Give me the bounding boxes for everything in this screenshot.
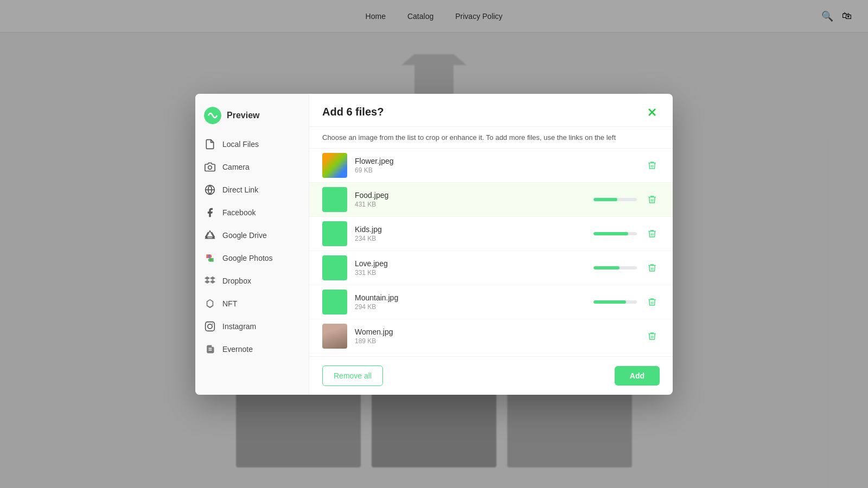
file-list: Flower.jpeg 69 KB <box>309 149 673 356</box>
file-item-women[interactable]: Women.jpg 189 KB <box>309 319 673 354</box>
sidebar-label-evernote: Evernote <box>222 345 253 354</box>
file-progress-love <box>593 266 637 269</box>
file-info-flower: Flower.jpeg 69 KB <box>355 157 637 174</box>
file-thumb-kids <box>322 221 347 246</box>
file-name-love: Love.jpeg <box>355 259 586 268</box>
file-info-mountain: Mountain.jpg 294 KB <box>355 293 586 311</box>
svg-point-1 <box>208 165 212 169</box>
file-progress-kids <box>593 232 637 235</box>
file-thumb-women <box>322 324 347 349</box>
modal-sidebar: Preview Local Files <box>195 94 309 395</box>
sidebar-title: Preview <box>227 111 259 120</box>
sidebar-item-local-files[interactable]: Local Files <box>195 133 309 156</box>
file-item-flower[interactable]: Flower.jpeg 69 KB <box>309 149 673 183</box>
upload-modal: Preview Local Files <box>195 94 673 395</box>
modal-main: Add 6 files? Choose an image from the li… <box>309 94 673 395</box>
file-info-food: Food.jpeg 431 KB <box>355 191 586 208</box>
sidebar-item-facebook[interactable]: Facebook <box>195 201 309 224</box>
delete-button-food[interactable] <box>644 192 660 207</box>
sidebar-item-instagram[interactable]: Instagram <box>195 315 309 338</box>
file-name-kids: Kids.jpg <box>355 225 586 234</box>
google-drive-icon <box>204 229 216 241</box>
sidebar-label-direct-link: Direct Link <box>222 185 258 194</box>
sidebar-item-evernote[interactable]: Evernote <box>195 338 309 361</box>
file-size-food: 431 KB <box>355 201 586 208</box>
sidebar-item-dropbox[interactable]: Dropbox <box>195 269 309 292</box>
sidebar-label-camera: Camera <box>222 163 250 171</box>
file-name-mountain: Mountain.jpg <box>355 293 586 302</box>
google-photos-icon <box>204 252 216 264</box>
remove-all-button[interactable]: Remove all <box>322 365 383 386</box>
file-name-flower: Flower.jpeg <box>355 157 637 165</box>
sidebar-item-camera[interactable]: Camera <box>195 156 309 178</box>
file-info-love: Love.jpeg 331 KB <box>355 259 586 277</box>
sidebar-item-google-photos[interactable]: Google Photos <box>195 247 309 269</box>
sidebar-logo <box>204 107 221 124</box>
dropbox-icon <box>204 275 216 287</box>
link-icon <box>204 184 216 196</box>
file-item-mountain[interactable]: Mountain.jpg 294 KB <box>309 285 673 319</box>
sidebar-label-instagram: Instagram <box>222 322 256 331</box>
modal-title: Add 6 files? <box>322 106 384 118</box>
modal-footer: Remove all Add <box>309 356 673 395</box>
modal-header: Add 6 files? <box>309 94 673 127</box>
delete-button-women[interactable] <box>644 329 660 344</box>
progress-bar-kids <box>593 232 628 235</box>
file-icon <box>204 138 216 150</box>
close-button[interactable] <box>644 105 660 120</box>
svg-point-5 <box>208 324 212 328</box>
delete-button-love[interactable] <box>644 260 660 275</box>
sidebar-item-nft[interactable]: NFT <box>195 292 309 315</box>
progress-bar-mountain <box>593 300 626 304</box>
instagram-icon <box>204 320 216 332</box>
delete-button-flower[interactable] <box>644 158 660 173</box>
facebook-icon <box>204 207 216 219</box>
file-info-women: Women.jpg 189 KB <box>355 328 637 345</box>
delete-button-kids[interactable] <box>644 226 660 241</box>
file-size-mountain: 294 KB <box>355 303 586 311</box>
progress-bar-container-kids <box>593 232 637 235</box>
file-item-food[interactable]: Food.jpeg 431 KB <box>309 183 673 217</box>
sidebar-label-local-files: Local Files <box>222 140 259 149</box>
file-thumb-mountain <box>322 290 347 314</box>
modal-subtitle: Choose an image from the list to crop or… <box>309 127 673 149</box>
sidebar-header: Preview <box>195 102 309 133</box>
file-name-women: Women.jpg <box>355 328 637 336</box>
progress-bar-container-mountain <box>593 300 637 304</box>
nft-icon <box>204 298 216 310</box>
file-thumb-food <box>322 187 347 212</box>
file-name-food: Food.jpeg <box>355 191 586 200</box>
file-info-kids: Kids.jpg 234 KB <box>355 225 586 242</box>
progress-bar-container-food <box>593 198 637 201</box>
svg-rect-4 <box>206 322 215 331</box>
sidebar-item-google-drive[interactable]: Google Drive <box>195 224 309 247</box>
sidebar-label-google-drive: Google Drive <box>222 231 267 240</box>
file-item-kids[interactable]: Kids.jpg 234 KB <box>309 217 673 251</box>
file-progress-mountain <box>593 300 637 304</box>
delete-button-mountain[interactable] <box>644 294 660 310</box>
evernote-icon <box>204 343 216 355</box>
progress-bar-food <box>593 198 617 201</box>
sidebar-item-direct-link[interactable]: Direct Link <box>195 178 309 201</box>
add-button[interactable]: Add <box>615 366 660 386</box>
file-item-love[interactable]: Love.jpeg 331 KB <box>309 251 673 285</box>
file-progress-food <box>593 198 637 201</box>
file-size-love: 331 KB <box>355 269 586 277</box>
progress-bar-love <box>593 266 620 269</box>
file-thumb-love <box>322 255 347 280</box>
sidebar-label-nft: NFT <box>222 299 237 308</box>
sidebar-label-google-photos: Google Photos <box>222 254 273 262</box>
modal-overlay: Preview Local Files <box>0 0 868 488</box>
sidebar-label-facebook: Facebook <box>222 208 256 217</box>
file-size-flower: 69 KB <box>355 166 637 174</box>
file-size-women: 189 KB <box>355 337 637 345</box>
camera-icon <box>204 161 216 173</box>
file-size-kids: 234 KB <box>355 235 586 242</box>
svg-point-6 <box>212 323 213 324</box>
progress-bar-container-love <box>593 266 637 269</box>
sidebar-label-dropbox: Dropbox <box>222 277 251 285</box>
file-thumb-flower <box>322 153 347 178</box>
